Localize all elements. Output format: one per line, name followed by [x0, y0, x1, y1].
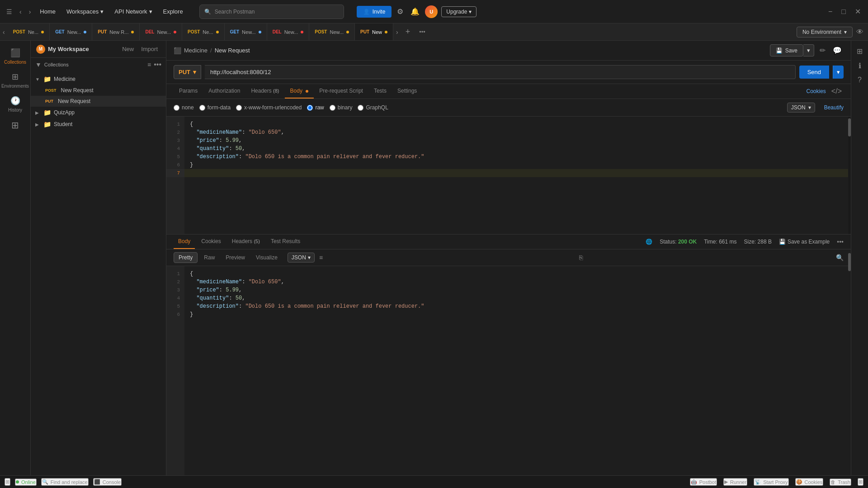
explore-button[interactable]: Explore — [160, 6, 187, 17]
request-body-editor[interactable]: 1 2 3 4 5 6 7 { "medicineName": "Dolo 65… — [166, 117, 851, 234]
filter-icon[interactable]: ≡ — [316, 253, 326, 262]
search-bar[interactable]: 🔍 Search Postman — [199, 5, 344, 19]
body-none-option[interactable]: none — [174, 104, 194, 111]
right-panel-button-3[interactable]: ? — [853, 73, 867, 87]
back-button[interactable]: ‹ — [18, 6, 24, 17]
tab-1[interactable]: GET New... — [50, 23, 92, 40]
res-fmt-preview[interactable]: Preview — [221, 253, 250, 263]
collections-more-button[interactable]: ••• — [154, 61, 161, 69]
tab-0[interactable]: POST Ne... — [8, 23, 50, 40]
method-selector[interactable]: PUT ▾ — [174, 65, 201, 79]
right-panel-button-1[interactable]: ⊞ — [853, 44, 867, 58]
tree-item-put-new-request[interactable]: PUT New Request — [31, 96, 166, 107]
tab-params[interactable]: Params — [174, 84, 203, 99]
tabs-scroll-left[interactable]: ‹ — [0, 23, 8, 40]
expand-button[interactable]: ⊞ — [858, 478, 863, 486]
tab-body[interactable]: Body — [285, 84, 314, 99]
copy-response-button[interactable]: ⎘ — [579, 254, 583, 261]
save-example-button[interactable]: 💾 Save as Example — [779, 239, 830, 245]
sidebar-item-environments[interactable]: ⊞ Environments — [3, 68, 28, 92]
tab-8[interactable]: PUT New — [355, 23, 393, 40]
save-dropdown-button[interactable]: ▾ — [803, 44, 814, 56]
menu-button[interactable]: ☰ — [5, 6, 14, 17]
tabs-more-button[interactable]: ••• — [415, 23, 430, 40]
layout-button[interactable]: ⊞ — [5, 478, 10, 486]
workspaces-button[interactable]: Workspaces ▾ — [63, 6, 107, 17]
res-fmt-visualize[interactable]: Visualize — [251, 253, 282, 263]
res-tab-cookies[interactable]: Cookies — [197, 235, 225, 249]
avatar[interactable]: U — [425, 5, 438, 18]
res-tab-body[interactable]: Body — [174, 235, 195, 249]
tab-pre-request[interactable]: Pre-request Script — [314, 84, 368, 99]
sidebar-item-collections[interactable]: ⬛ Collections — [3, 44, 28, 68]
new-tab-button[interactable]: + — [401, 23, 415, 40]
console-button[interactable]: ⬛ Console — [93, 478, 122, 486]
runner-button[interactable]: ▶ Runner — [723, 478, 747, 486]
import-button[interactable]: Import — [138, 44, 160, 54]
sidebar-add-button[interactable]: ⊞ — [9, 118, 21, 132]
sort-collections-button[interactable]: ≡ — [147, 61, 151, 68]
start-proxy-button[interactable]: 📡 Start Proxy — [754, 478, 788, 486]
tab-3[interactable]: DEL New... — [140, 23, 182, 40]
trash-button[interactable]: 🗑 Trash — [830, 479, 851, 486]
send-dropdown-button[interactable]: ▾ — [833, 66, 844, 79]
cookies-link[interactable]: Cookies — [807, 88, 826, 94]
new-collection-button[interactable]: New — [119, 44, 137, 54]
tab-method-0: POST — [13, 29, 25, 34]
response-more-button[interactable]: ••• — [837, 238, 844, 245]
tab-2[interactable]: PUT New R... — [92, 23, 140, 40]
comment-icon[interactable]: 💬 — [831, 44, 844, 56]
res-fmt-pretty[interactable]: Pretty — [174, 252, 198, 263]
environment-eye-button[interactable]: 👁 — [856, 28, 863, 36]
maximize-button[interactable]: □ — [839, 6, 849, 17]
url-input[interactable] — [205, 65, 796, 79]
body-raw-option[interactable]: raw — [307, 104, 324, 111]
save-button[interactable]: 💾 Save — [770, 44, 803, 56]
cookies-status-button[interactable]: 🍪 Cookies — [795, 478, 824, 486]
settings-button[interactable]: ⚙ — [395, 5, 405, 18]
tab-4[interactable]: POST Ne... — [182, 23, 224, 40]
search-response-button[interactable]: 🔍 — [836, 254, 844, 261]
tab-6[interactable]: DEL New... — [267, 23, 310, 40]
body-urlencoded-option[interactable]: x-www-form-urlencoded — [236, 104, 302, 111]
invite-button[interactable]: 👤 Invite — [357, 6, 392, 18]
body-form-data-option[interactable]: form-data — [199, 104, 231, 111]
collections-expand-all[interactable]: ▼ — [35, 61, 42, 68]
collection-student[interactable]: ▶ 📁 Student — [31, 118, 166, 130]
upgrade-button[interactable]: Upgrade ▾ — [441, 6, 476, 17]
tab-tests[interactable]: Tests — [368, 84, 392, 99]
find-replace-button[interactable]: 🔍 Find and replace — [41, 478, 89, 486]
tab-authorization[interactable]: Authorization — [203, 84, 245, 99]
tab-settings[interactable]: Settings — [392, 84, 422, 99]
collection-medicine[interactable]: ▼ 📁 Medicine — [31, 73, 166, 85]
res-tab-headers[interactable]: Headers (5) — [227, 235, 264, 249]
right-panel-button-2[interactable]: ℹ — [853, 59, 867, 72]
res-fmt-raw[interactable]: Raw — [199, 253, 219, 263]
body-graphql-option[interactable]: GraphQL — [358, 104, 388, 111]
send-button[interactable]: Send — [799, 66, 829, 79]
tab-5[interactable]: GET New... — [225, 23, 267, 40]
tab-headers[interactable]: Headers (8) — [245, 84, 284, 99]
beautify-button[interactable]: Beautify — [824, 104, 844, 111]
tabs-scroll-right[interactable]: › — [393, 23, 401, 40]
postbot-button[interactable]: 🤖 Postbot — [690, 478, 717, 486]
home-button[interactable]: Home — [36, 6, 59, 17]
res-tab-test-results[interactable]: Test Results — [266, 235, 305, 249]
forward-button[interactable]: › — [27, 6, 33, 17]
body-binary-option[interactable]: binary — [330, 104, 353, 111]
tree-item-post-new-request[interactable]: POST New Request — [31, 85, 166, 96]
tab-7[interactable]: POST New... — [309, 23, 355, 40]
online-status[interactable]: Online — [15, 479, 37, 486]
notifications-button[interactable]: 🔔 — [409, 5, 421, 18]
minimize-button[interactable]: − — [826, 6, 835, 17]
collection-quizapp[interactable]: ▶ 📁 QuizApp — [31, 107, 166, 118]
response-body-editor[interactable]: 1 2 3 4 5 6 { "medicineName": "Dolo 650"… — [166, 266, 851, 475]
sidebar-item-history[interactable]: 🕐 History — [3, 92, 28, 116]
response-format-selector[interactable]: JSON ▾ — [288, 253, 315, 263]
edit-icon[interactable]: ✏ — [818, 44, 827, 56]
api-network-button[interactable]: API Network ▾ — [111, 6, 156, 17]
body-format-selector[interactable]: JSON ▾ — [787, 103, 815, 113]
close-button[interactable]: ✕ — [852, 6, 863, 17]
environment-selector[interactable]: No Environment ▾ — [797, 27, 853, 38]
code-view-button[interactable]: </> — [830, 85, 844, 97]
